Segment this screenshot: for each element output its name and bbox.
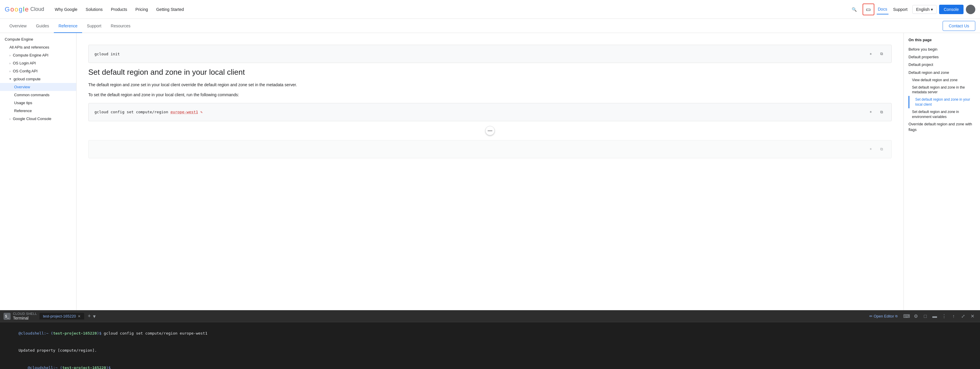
logo-o2: o [14, 6, 18, 13]
contact-us-button[interactable]: Contact Us [943, 21, 975, 31]
open-editor-button[interactable]: ✏ Open Editor ⧉ [867, 313, 900, 320]
sidebar-item-gcloud-compute[interactable]: ▾ gcloud compute [0, 75, 76, 83]
logo-g: G [5, 6, 10, 13]
terminal-add-button[interactable]: + [88, 313, 91, 319]
sidebar-item-all-apis[interactable]: All APIs and references [0, 43, 76, 51]
scroll-button[interactable]: — [485, 126, 495, 135]
tab-support[interactable]: Support [82, 19, 106, 33]
chevron-down-icon-sidebar: ▾ [10, 77, 11, 81]
section-title: Set default region and zone in your loca… [88, 68, 892, 77]
language-button[interactable]: English ▾ [912, 5, 937, 14]
toc-item-before-you-begin[interactable]: Before you begin [908, 46, 975, 53]
content-area: gcloud init ☀ ⧉ Set default region and z… [76, 33, 904, 310]
code-init-text: gcloud init [94, 52, 120, 56]
toc-item-default-region-zone[interactable]: Default region and zone [908, 69, 975, 76]
cloud-shell-button[interactable]: ▭ [862, 3, 874, 15]
sidebar-item-compute-engine-api[interactable]: › Compute Engine API [0, 51, 76, 59]
dark-mode-button-2[interactable]: ☀ [867, 108, 875, 116]
copy-icon: ⧉ [880, 51, 883, 56]
sidebar-item-common-commands[interactable]: Common commands [0, 91, 76, 99]
terminal-toolbar: $_ CLOUD SHELL Terminal test-project-165… [0, 310, 980, 322]
dark-mode-button-3[interactable]: ☀ [867, 145, 875, 153]
nav-links: Why Google Solutions Products Pricing Ge… [51, 5, 846, 14]
terminal-dropdown-button[interactable]: ▾ [93, 313, 95, 320]
terminal-prompt-end-2: )$ [106, 366, 111, 369]
tab-overview[interactable]: Overview [5, 19, 31, 33]
terminal-close-icon[interactable]: ✕ [78, 314, 81, 318]
copy-icon-2: ⧉ [880, 110, 883, 115]
dark-mode-button[interactable]: ☀ [867, 50, 875, 58]
terminal-line-3: @cloudshell:~ (test-project-165220)$ [5, 359, 975, 369]
terminal-cmd-1: gcloud config set compute/region europe-… [104, 331, 207, 336]
chevron-right-icon-2: › [10, 62, 11, 65]
terminal-label: CLOUD SHELL [13, 312, 37, 316]
layout-button[interactable]: ▬ [931, 312, 939, 320]
pencil-icon: ✏ [869, 314, 873, 318]
toc-item-set-env-vars[interactable]: Set default region and zone in environme… [908, 108, 975, 121]
console-button[interactable]: Console [939, 5, 964, 14]
nav-products[interactable]: Products [107, 5, 130, 14]
terminal-panel: $_ CLOUD SHELL Terminal test-project-165… [0, 310, 980, 369]
logo-o1: o [10, 6, 14, 13]
toc-item-default-properties[interactable]: Default properties [908, 53, 975, 61]
region-value: europe-west1 [170, 110, 198, 114]
support-link[interactable]: Support [891, 5, 910, 14]
close-terminal-button[interactable]: ✕ [968, 312, 977, 320]
dark-mode-icon: ☀ [870, 52, 872, 56]
sidebar-item-os-login-api[interactable]: › OS Login API [0, 59, 76, 67]
paragraph-1: The default region and zone set in your … [88, 81, 892, 88]
toc-item-view-default[interactable]: View default region and zone [908, 76, 975, 84]
tab-right-area: Contact Us [943, 21, 975, 31]
toc-item-set-metadata[interactable]: Set default region and zone in the metad… [908, 84, 975, 96]
nav-solutions[interactable]: Solutions [82, 5, 106, 14]
chevron-right-icon-4: › [10, 117, 11, 121]
google-logo[interactable]: Google Cloud [5, 6, 44, 13]
toc-item-set-local-wrap: Set default region and zone in your loca… [908, 96, 975, 108]
copy-button-region[interactable]: ⧉ [877, 108, 886, 116]
terminal-line-1: @cloudshell:~ (test-project-165220)$ gcl… [5, 324, 975, 342]
toc-panel: On this page Before you begin Default pr… [904, 33, 980, 310]
sidebar-item-usage-tips[interactable]: Usage tips [0, 99, 76, 107]
toc-header: On this page [908, 38, 975, 42]
terminal-tab[interactable]: test-project-165220 ✕ [40, 313, 84, 320]
terminal-right-actions: ✏ Open Editor ⧉ ⌨ ⚙ □ ▬ ⋮ ↑ ⤢ ✕ [867, 312, 977, 320]
sidebar-item-compute-engine[interactable]: Compute Engine [0, 35, 76, 43]
search-icon: 🔍 [852, 7, 857, 12]
avatar[interactable] [966, 5, 975, 14]
collapse-button[interactable]: ↑ [950, 312, 958, 320]
terminal-output-1: Updated property [compute/region]. [19, 348, 97, 353]
code-region-text: gcloud config set compute/region europe-… [94, 110, 202, 114]
copy-button-init[interactable]: ⧉ [877, 50, 886, 58]
sidebar-item-overview[interactable]: Overview [0, 83, 76, 91]
code-actions-region: ☀ ⧉ [867, 108, 886, 116]
top-nav: Google Cloud Why Google Solutions Produc… [0, 0, 980, 19]
code-actions-zone: ☀ ⧉ [867, 145, 886, 153]
sidebar-item-google-cloud-console[interactable]: › Google Cloud Console [0, 115, 76, 123]
search-button[interactable]: 🔍 [848, 3, 860, 15]
sidebar-item-os-config-api[interactable]: › OS Config API [0, 67, 76, 75]
tab-reference[interactable]: Reference [54, 19, 83, 33]
logo-l: l [23, 6, 24, 13]
nav-why-google[interactable]: Why Google [51, 5, 81, 14]
settings-button[interactable]: ⚙ [912, 312, 920, 320]
logo-cloud: Cloud [30, 6, 44, 12]
toc-item-default-project[interactable]: Default project [908, 61, 975, 68]
scroll-down-icon: — [488, 128, 492, 133]
nav-getting-started[interactable]: Getting Started [153, 5, 188, 14]
code-block-zone: ☀ ⧉ [88, 140, 892, 158]
code-actions-init: ☀ ⧉ [867, 50, 886, 58]
toc-item-override-flags[interactable]: Override default region and zone with fl… [908, 120, 975, 133]
tab-guides[interactable]: Guides [31, 19, 54, 33]
tab-resources[interactable]: Resources [106, 19, 135, 33]
toc-item-set-local[interactable]: Set default region and zone in your loca… [912, 96, 975, 108]
terminal-body[interactable]: @cloudshell:~ (test-project-165220)$ gcl… [0, 322, 980, 369]
copy-button-zone[interactable]: ⧉ [877, 145, 886, 153]
nav-pricing[interactable]: Pricing [132, 5, 151, 14]
webcam-button[interactable]: □ [921, 312, 929, 320]
new-window-button[interactable]: ⤢ [959, 312, 967, 320]
more-button[interactable]: ⋮ [940, 312, 948, 320]
sidebar-item-reference[interactable]: Reference [0, 107, 76, 115]
language-label: English [916, 7, 930, 12]
keyboard-button[interactable]: ⌨ [902, 312, 910, 320]
docs-link[interactable]: Docs [877, 5, 888, 14]
